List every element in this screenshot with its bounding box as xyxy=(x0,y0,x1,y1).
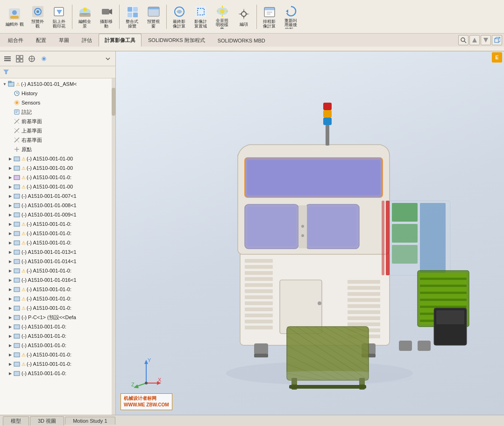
status-tab-model[interactable]: 模型 xyxy=(3,416,29,426)
tree-item-21[interactable]: ▶ (-) A1510-001-01-0: xyxy=(0,341,115,350)
svg-rect-122 xyxy=(280,280,322,334)
tab-render-tools[interactable]: 計算影像工具 xyxy=(99,34,142,47)
tree-item-17[interactable]: ▶ ⚠ (-) A1510-001-01-0: xyxy=(0,303,115,313)
btn-integrated-browse[interactable]: 整合式操覽 xyxy=(122,3,142,31)
tree-origin[interactable]: 原點 xyxy=(0,145,115,154)
lpt-circle-btn[interactable] xyxy=(38,53,50,64)
tree-area: ▼ ⚠ (-) A1510-001-01_ASM< History xyxy=(0,78,115,415)
lpt-group-btn[interactable] xyxy=(26,53,37,64)
svg-rect-178 xyxy=(436,310,464,324)
status-tab-motion[interactable]: Motion Study 1 xyxy=(65,417,115,425)
tree-item-3[interactable]: ▶ ⚠ (-) A1510-001-01-0: xyxy=(0,173,115,182)
tree-item-9[interactable]: ▶ ⚠ (-) A1510-001-01-0: xyxy=(0,229,115,238)
toolbar-area: 編輯外 觀 預覽外觀 貼上外觀印花 xyxy=(0,0,504,51)
nav-icon-btn2[interactable] xyxy=(481,35,491,45)
tree-root[interactable]: ▼ ⚠ (-) A1510-001-01_ASM< xyxy=(0,79,115,89)
svg-rect-108 xyxy=(245,307,273,311)
cad-model-svg xyxy=(147,75,474,392)
tree-item-14[interactable]: ▶ (-) A1510-001-01-016<1 xyxy=(0,275,115,285)
svg-rect-49 xyxy=(20,56,23,58)
svg-rect-149 xyxy=(399,341,412,351)
sep4 xyxy=(256,5,257,29)
nav-icon-btn1[interactable] xyxy=(469,35,480,45)
svg-marker-57 xyxy=(3,70,9,74)
btn-final-render[interactable]: 最終影像計算 xyxy=(169,3,190,31)
svg-rect-102 xyxy=(245,271,273,275)
tree-item-13[interactable]: ▶ ⚠ (-) A1510-001-01-0: xyxy=(0,266,115,275)
tree-sensors[interactable]: Sensors xyxy=(0,98,115,107)
tree-item-11[interactable]: ▶ (-) A1510-001-01-013<1 xyxy=(0,247,115,257)
sep3 xyxy=(166,5,167,29)
svg-point-56 xyxy=(43,58,45,60)
svg-rect-128 xyxy=(247,207,296,246)
tree-annotations[interactable]: 註記 xyxy=(0,107,115,117)
svg-rect-115 xyxy=(348,298,380,302)
svg-point-189 xyxy=(145,382,148,384)
svg-rect-9 xyxy=(79,13,91,17)
btn-edit-scene[interactable]: 編輯全景 xyxy=(75,3,95,31)
tree-item-18[interactable]: ▶ (-) P-C<1> (預設<<Defa xyxy=(0,313,115,322)
btn-schedule-render[interactable]: 排程影像計算 xyxy=(259,3,280,31)
filter-row xyxy=(0,66,115,78)
btn-paste-decal[interactable]: 貼上外觀印花 xyxy=(49,3,70,31)
tree-item-20[interactable]: ▶ (-) A1510-001-01-0: xyxy=(0,331,115,341)
search-icon-btn[interactable] xyxy=(458,35,469,45)
svg-rect-2 xyxy=(10,16,19,19)
svg-rect-92 xyxy=(14,325,20,329)
tree-front-plane[interactable]: 前基準面 xyxy=(0,117,115,126)
tree-right-plane[interactable]: 右基準面 xyxy=(0,135,115,145)
svg-line-36 xyxy=(464,41,466,43)
cube-icon-btn[interactable] xyxy=(492,35,502,45)
svg-rect-142 xyxy=(323,103,332,110)
tab-mbd[interactable]: SOLIDWORKS MBD xyxy=(212,34,271,47)
tree-item-12[interactable]: ▶ (-) A1510-001-01-014<1 xyxy=(0,257,115,266)
tree-item-4[interactable]: ▶ ⚠ (-) A1510-001-01-00 xyxy=(0,182,115,191)
btn-preview-window[interactable]: 預覽視窗 xyxy=(143,3,164,31)
tree-item-6[interactable]: ▶ (-) A1510-001-01-008<1 xyxy=(0,201,115,210)
lpt-list-btn[interactable] xyxy=(2,53,13,64)
svg-rect-74 xyxy=(14,157,20,161)
btn-recall-last[interactable]: 重新叫用最後的影... xyxy=(281,3,301,31)
btn-preview-appearance[interactable]: 預覽外觀 xyxy=(28,3,48,31)
tree-item-5[interactable]: ▶ (-) A1510-001-01-007<1 xyxy=(0,191,115,201)
status-tab-3dview[interactable]: 3D 視圖 xyxy=(30,416,64,426)
tab-sketch[interactable]: 草圖 xyxy=(53,34,75,47)
svg-rect-90 xyxy=(14,306,20,310)
tab-config[interactable]: 配置 xyxy=(30,34,52,47)
tree-item-7[interactable]: ▶ (-) A1510-001-01-009<1 xyxy=(0,210,115,219)
svg-rect-116 xyxy=(348,304,380,308)
svg-rect-110 xyxy=(245,320,273,323)
svg-rect-95 xyxy=(14,353,20,357)
svg-point-132 xyxy=(301,225,304,228)
btn-edit-options[interactable]: 編項 xyxy=(234,3,254,31)
svg-text:Y: Y xyxy=(148,357,151,363)
tree-history[interactable]: History xyxy=(0,89,115,98)
svg-point-133 xyxy=(301,234,304,237)
svg-rect-63 xyxy=(14,110,19,114)
btn-camera-move[interactable]: 攝影移動 xyxy=(96,3,117,31)
tree-top-plane[interactable]: 上基準面 xyxy=(0,126,115,135)
tab-evaluate[interactable]: 評估 xyxy=(76,34,98,47)
tab-assembly[interactable]: 組合件 xyxy=(2,34,29,47)
tree-item-16[interactable]: ▶ ⚠ (-) A1510-001-01-0: xyxy=(0,294,115,303)
tree-item-19[interactable]: ▶ (-) A1510-001-01-0: xyxy=(0,322,115,331)
tree-item-10[interactable]: ▶ ⚠ (-) A1510-001-01-0: xyxy=(0,238,115,247)
tab-addins[interactable]: SOLIDWORKS 附加程式 xyxy=(142,34,211,47)
left-panel-scrollbar[interactable] xyxy=(112,78,115,415)
tree-item-2[interactable]: ▶ ⚠ (-) A1510-001-01-00 xyxy=(0,163,115,173)
tree-item-23[interactable]: ▶ ⚠ (-) A1510-001-01-0: xyxy=(0,359,115,369)
sep2 xyxy=(119,5,120,29)
filter-icon[interactable] xyxy=(3,69,9,76)
tree-item-15[interactable]: ▶ ⚠ (-) A1510-001-01-0: xyxy=(0,285,115,294)
btn-panorama[interactable]: 全景照明校樣量 xyxy=(212,3,233,31)
tree-item-1[interactable]: ▶ ⚠ (-) A1510-001-01-00 xyxy=(0,154,115,163)
lpt-expand-btn[interactable] xyxy=(102,53,114,64)
btn-edit-appearance[interactable]: 編輯外 觀 xyxy=(3,3,27,31)
tree-item-24[interactable]: ▶ (-) A1510-001-01-0: xyxy=(0,369,115,378)
tree-item-22[interactable]: ▶ ⚠ (-) A1510-001-01-0: xyxy=(0,350,115,359)
tab-row: 組合件 配置 草圖 評估 計算影像工具 SOLIDWORKS 附加程式 SOLI… xyxy=(0,34,504,47)
viewport[interactable]: Y X Z 机械设计者标网 WWW.ME ZBW.COM xyxy=(116,51,504,415)
btn-render-region[interactable]: 影像計算置域 xyxy=(191,3,211,31)
lpt-grid-btn[interactable] xyxy=(14,53,25,64)
tree-item-8[interactable]: ▶ ⚠ (-) A1510-001-01-0: xyxy=(0,219,115,229)
